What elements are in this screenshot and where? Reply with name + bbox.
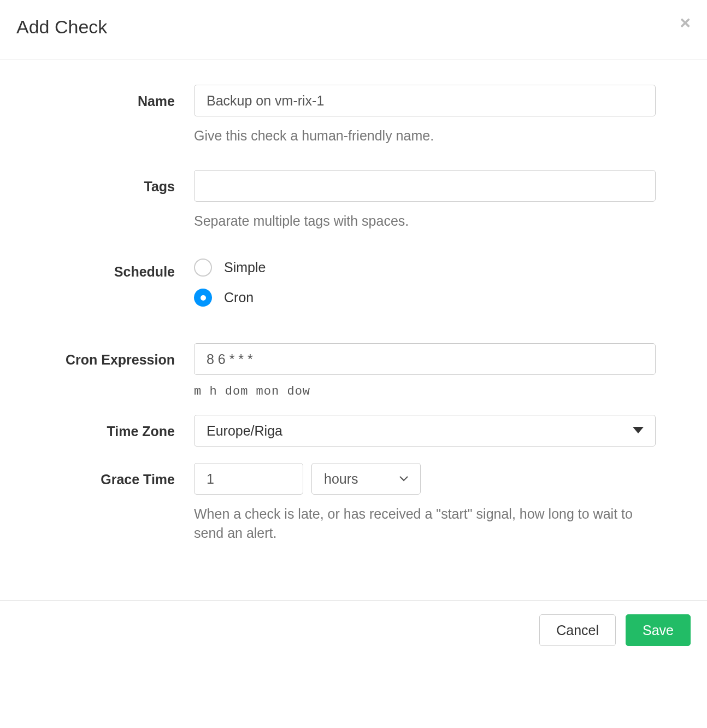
radio-checked-icon [194, 289, 212, 307]
cancel-button[interactable]: Cancel [539, 614, 616, 646]
cron-hint-text: m h dom mon dow [194, 385, 656, 398]
save-button[interactable]: Save [626, 614, 691, 646]
close-button[interactable]: × [680, 13, 691, 32]
grace-time-row: Grace Time hours When a check is late, o… [16, 463, 691, 543]
schedule-label: Schedule [16, 255, 194, 280]
name-label: Name [16, 85, 194, 109]
cron-expression-input[interactable] [194, 343, 656, 375]
grace-time-help-text: When a check is late, or has received a … [194, 504, 656, 543]
cron-expression-row: Cron Expression m h dom mon dow [16, 343, 691, 398]
modal-body: Name Give this check a human-friendly na… [0, 60, 707, 600]
tags-label: Tags [16, 170, 194, 195]
name-input[interactable] [194, 85, 656, 116]
timezone-select[interactable]: Europe/Riga [194, 415, 656, 447]
close-icon: × [680, 12, 691, 33]
grace-time-unit-select[interactable]: hours [311, 463, 421, 495]
schedule-option-cron[interactable]: Cron [194, 289, 656, 307]
name-help-text: Give this check a human-friendly name. [194, 126, 656, 145]
schedule-row: Schedule Simple Cron [16, 255, 691, 319]
modal-header: Add Check × [0, 0, 707, 60]
add-check-modal: Add Check × Name Give this check a human… [0, 0, 707, 660]
modal-title: Add Check [16, 16, 691, 38]
cron-expression-label: Cron Expression [16, 343, 194, 368]
schedule-simple-label: Simple [224, 260, 266, 275]
schedule-radio-group: Simple Cron [194, 255, 656, 307]
grace-time-value-input[interactable] [194, 463, 303, 495]
timezone-row: Time Zone Europe/Riga [16, 415, 691, 447]
schedule-option-simple[interactable]: Simple [194, 259, 656, 277]
tags-input[interactable] [194, 170, 656, 202]
grace-time-label: Grace Time [16, 463, 194, 488]
radio-icon [194, 259, 212, 277]
grace-unit-wrap: hours [311, 463, 421, 495]
name-row: Name Give this check a human-friendly na… [16, 85, 691, 145]
tags-help-text: Separate multiple tags with spaces. [194, 212, 656, 231]
tags-row: Tags Separate multiple tags with spaces. [16, 170, 691, 231]
timezone-select-wrap: Europe/Riga [194, 415, 656, 447]
schedule-cron-label: Cron [224, 290, 254, 306]
modal-footer: Cancel Save [0, 600, 707, 660]
timezone-label: Time Zone [16, 415, 194, 439]
